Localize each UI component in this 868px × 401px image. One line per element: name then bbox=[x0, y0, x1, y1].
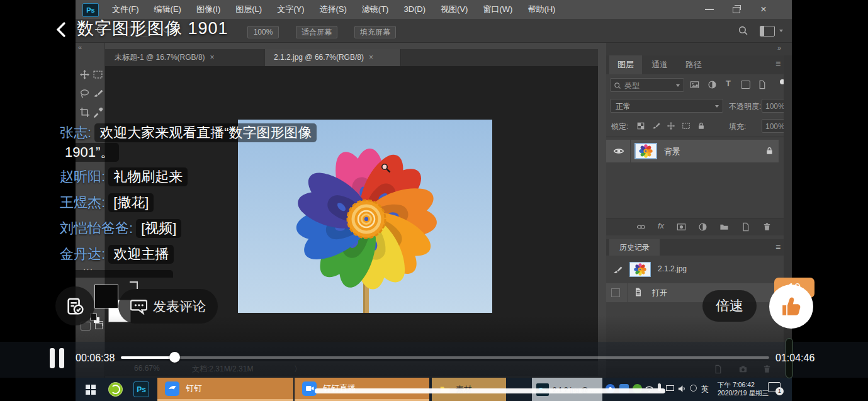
menu-layer[interactable]: 图层(L) bbox=[228, 0, 269, 19]
history-entry-open[interactable]: 打开 bbox=[606, 283, 784, 302]
layer-mask-icon[interactable] bbox=[677, 222, 686, 232]
progress-handle[interactable] bbox=[169, 352, 180, 363]
notes-button[interactable] bbox=[55, 286, 94, 325]
tray-clock[interactable]: 下午 7:06:42 2020/2/19 星期三 bbox=[718, 381, 769, 397]
home-indicator bbox=[315, 388, 665, 393]
comment-button[interactable]: 发表评论 bbox=[118, 289, 218, 324]
tab-channels[interactable]: 通道 bbox=[643, 55, 676, 74]
zoom-100-button[interactable]: 100% bbox=[247, 26, 279, 38]
marquee-tool-icon[interactable] bbox=[93, 69, 103, 80]
collapse-panels-icon[interactable]: » bbox=[777, 44, 781, 52]
window-minimize-button[interactable] bbox=[705, 9, 714, 10]
reset-colors-icon[interactable] bbox=[130, 281, 138, 289]
tab-close-icon[interactable]: × bbox=[210, 53, 215, 62]
layer-row-background[interactable]: 背景 bbox=[606, 140, 779, 162]
filter-shape-icon[interactable] bbox=[741, 81, 750, 89]
lock-all-icon[interactable] bbox=[697, 121, 706, 130]
filter-type-icon[interactable]: T bbox=[726, 79, 731, 88]
crop-tool-icon[interactable] bbox=[79, 107, 90, 118]
history-entry-212[interactable]: 2.1.2.jpg bbox=[606, 259, 784, 281]
like-button[interactable] bbox=[769, 285, 813, 329]
start-button-icon[interactable] bbox=[86, 385, 96, 395]
panel-menu-icon[interactable]: ≡ bbox=[775, 59, 781, 69]
history-brush-source-icon[interactable] bbox=[612, 265, 623, 275]
tab-212-document[interactable]: 2.1.2.jpg @ 66.7%(RGB/8)× bbox=[265, 49, 401, 66]
adjustment-layer-icon[interactable] bbox=[698, 222, 707, 232]
back-button[interactable] bbox=[54, 21, 68, 38]
stream-title: 数字图形图像 1901 bbox=[77, 17, 228, 40]
menu-select[interactable]: 选择(S) bbox=[312, 0, 354, 19]
layer-name[interactable]: 背景 bbox=[664, 146, 680, 157]
menu-window[interactable]: 窗口(W) bbox=[475, 0, 520, 19]
link-layers-icon[interactable] bbox=[636, 222, 646, 232]
menu-3d[interactable]: 3D(D) bbox=[396, 0, 433, 19]
window-close-button[interactable]: × bbox=[760, 0, 767, 19]
progress-bar[interactable] bbox=[121, 356, 769, 359]
tab-untitled-document[interactable]: 未标题-1 @ 16.7%(RGB/8)× bbox=[106, 49, 264, 66]
tab-history[interactable]: 历史记录 bbox=[609, 239, 660, 256]
fill-screen-button[interactable]: 填充屏幕 bbox=[354, 26, 396, 38]
eyedropper-tool-icon[interactable] bbox=[93, 107, 103, 118]
workspace-chevron-icon[interactable] bbox=[779, 30, 783, 32]
new-snapshot-camera-icon[interactable] bbox=[738, 364, 748, 374]
layer-visibility-eye-icon[interactable] bbox=[613, 145, 624, 157]
browser-icon[interactable] bbox=[108, 382, 123, 397]
delete-layer-icon[interactable] bbox=[762, 222, 772, 232]
tab-paths[interactable]: 路径 bbox=[677, 55, 710, 74]
menu-type[interactable]: 文字(Y) bbox=[269, 0, 312, 19]
chat-message: 赵昕阳:礼物刷起来 bbox=[60, 167, 188, 186]
pause-button[interactable] bbox=[50, 348, 66, 368]
tray-speaker-icon[interactable] bbox=[677, 384, 687, 393]
lock-transparency-icon[interactable] bbox=[636, 121, 645, 130]
photoshop-logo-icon: Ps bbox=[82, 3, 99, 17]
filter-adjustment-icon[interactable] bbox=[707, 80, 717, 89]
taskbar-dingtalk[interactable]: 钉钉 bbox=[157, 378, 293, 401]
chat-message: 刘恺怡爸爸:[视频] bbox=[60, 219, 181, 238]
status-chevron-icon[interactable]: 〉 bbox=[294, 364, 302, 375]
quick-selection-tool-icon[interactable] bbox=[93, 88, 103, 99]
speed-button[interactable]: 倍速 bbox=[702, 290, 757, 322]
move-tool-icon[interactable] bbox=[79, 69, 90, 80]
filter-pixel-icon[interactable] bbox=[690, 80, 699, 89]
fit-screen-button[interactable]: 适合屏幕 bbox=[296, 26, 337, 38]
new-doc-from-state-icon[interactable] bbox=[713, 364, 723, 374]
menu-help[interactable]: 帮助(H) bbox=[520, 0, 563, 19]
layers-panel-footer: fx bbox=[606, 218, 792, 235]
fill-label: 填充: bbox=[729, 121, 746, 132]
search-icon[interactable] bbox=[738, 25, 748, 36]
menu-edit[interactable]: 编辑(E) bbox=[147, 0, 189, 19]
delete-state-icon[interactable] bbox=[762, 364, 772, 374]
menu-file[interactable]: 文件(F) bbox=[104, 0, 147, 19]
menu-filter[interactable]: 滤镜(T) bbox=[354, 0, 397, 19]
status-zoom[interactable]: 66.67% bbox=[134, 364, 160, 373]
tray-language-indicator[interactable]: 英 bbox=[701, 384, 709, 395]
workspace-icon[interactable] bbox=[760, 26, 775, 37]
blend-mode-select[interactable]: 正常 bbox=[610, 99, 723, 113]
menu-image[interactable]: 图像(I) bbox=[189, 0, 228, 19]
layer-fx-icon[interactable]: fx bbox=[658, 221, 664, 230]
collapse-tools-icon[interactable]: « bbox=[78, 43, 82, 51]
layer-group-icon[interactable] bbox=[719, 222, 729, 232]
tab-layers[interactable]: 图层 bbox=[609, 55, 642, 74]
foreground-color-swatch[interactable] bbox=[94, 285, 118, 308]
window-restore-button[interactable] bbox=[733, 7, 740, 13]
filter-smartobject-icon[interactable] bbox=[757, 80, 767, 89]
photoshop-taskbar-icon[interactable]: Ps bbox=[133, 381, 149, 397]
tray-pin-icon[interactable] bbox=[690, 385, 697, 392]
tray-device-icon[interactable] bbox=[666, 385, 674, 391]
panel-scrollbar[interactable] bbox=[784, 55, 792, 378]
lock-artboard-icon[interactable] bbox=[682, 121, 690, 130]
chat-text: 1901”。 bbox=[60, 143, 119, 162]
layer-thumbnail[interactable] bbox=[634, 143, 657, 159]
lock-pixels-icon[interactable] bbox=[651, 121, 660, 130]
menu-view[interactable]: 视图(V) bbox=[433, 0, 475, 19]
lock-position-icon[interactable] bbox=[667, 121, 675, 130]
new-layer-icon[interactable] bbox=[741, 222, 750, 232]
tab-close-icon[interactable]: × bbox=[369, 53, 373, 62]
lasso-tool-icon[interactable] bbox=[79, 88, 90, 99]
history-menu-icon[interactable]: ≡ bbox=[775, 242, 781, 252]
history-snapshot-checkbox[interactable] bbox=[611, 288, 620, 297]
filter-type-select[interactable]: 类型 bbox=[610, 78, 684, 92]
screen-mode-icon[interactable] bbox=[95, 323, 103, 329]
thumbs-up-icon bbox=[781, 296, 802, 317]
